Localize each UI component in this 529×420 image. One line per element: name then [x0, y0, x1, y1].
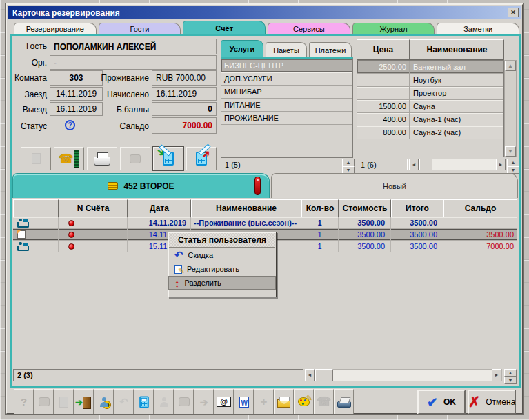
envelope-icon	[277, 399, 290, 408]
org-field[interactable]: -	[50, 55, 217, 70]
email-button[interactable]	[214, 389, 234, 414]
disabled-phone-button[interactable]	[314, 389, 334, 414]
print-button[interactable]	[87, 147, 117, 170]
checkin-button[interactable]	[74, 389, 94, 414]
table-row[interactable]: 1500.00Сауна	[357, 100, 503, 113]
disabled-shape-button[interactable]	[34, 389, 54, 414]
titlebar[interactable]: Карточка резервирования	[8, 6, 521, 19]
accrued-field[interactable]: 16.11.2019	[152, 87, 217, 101]
main-tab-strip: Резервирование Гости Счёт Сервисы Журнал…	[14, 21, 519, 34]
spinner-up-icon[interactable]	[504, 369, 517, 377]
disabled-forward-button[interactable]	[194, 389, 214, 414]
subtab-services[interactable]: Услуги	[221, 40, 263, 57]
list-item[interactable]: БИЗНЕС-ЦЕНТР	[221, 59, 352, 72]
balance-field[interactable]: 7000.00	[152, 117, 217, 134]
room-field[interactable]: 303	[50, 70, 103, 86]
undo-button[interactable]	[114, 389, 134, 414]
menu-item-discount[interactable]: Скидка	[168, 248, 276, 262]
guest-points-icon	[100, 397, 108, 407]
account-tab-page: Гость ПОПОЛАМКИН АЛЕКСЕЙ Орг. - Комната …	[10, 34, 521, 388]
col-header: N Счёта	[59, 199, 128, 217]
help-icon	[21, 396, 27, 408]
account-tab-new[interactable]: Новый	[271, 173, 518, 198]
account-tab-452[interactable]: 452 ВТОРОЕ	[12, 173, 270, 198]
disabled-doc-button[interactable]	[54, 389, 74, 414]
list-item[interactable]: ДОП.УСЛУГИ	[221, 72, 352, 86]
menu-item-edit[interactable]: Редактировать	[168, 262, 276, 276]
price-table-vscrollbar[interactable]	[504, 60, 517, 157]
disabled-add-button[interactable]	[254, 389, 274, 414]
points-field[interactable]: 0	[152, 102, 217, 116]
spinner-down-icon[interactable]	[504, 377, 517, 384]
calculator-button[interactable]	[134, 389, 154, 414]
table-row[interactable]: Ноутбук	[357, 74, 503, 87]
scan-button[interactable]	[334, 389, 354, 414]
phone-ledger-icon	[59, 152, 73, 166]
scanner-icon	[337, 401, 351, 408]
shape-icon	[39, 397, 50, 406]
bed-icon	[17, 246, 29, 251]
menu-item-split[interactable]: Разделить	[168, 276, 276, 290]
table-row[interactable]: 2500.00Банкетный зал	[357, 61, 503, 74]
scroll-right-icon[interactable]	[492, 369, 501, 381]
page-icon	[17, 230, 26, 239]
new-item-button[interactable]	[21, 147, 51, 170]
table-row[interactable]: Проектор	[357, 87, 503, 100]
arrival-field[interactable]: 14.11.2019	[50, 87, 103, 101]
service-category-list: БИЗНЕС-ЦЕНТР ДОП.УСЛУГИ МИНИБАР ПИТАНИЕ …	[221, 57, 353, 158]
tab-services[interactable]: Сервисы	[268, 23, 350, 34]
document-icon	[59, 397, 68, 408]
cancel-button[interactable]: Отмена	[468, 390, 516, 414]
table-row[interactable]: 800.00Сауна-2 (час)	[357, 126, 503, 139]
tab-notes[interactable]: Заметки	[437, 23, 519, 34]
guest-points-button[interactable]	[94, 389, 114, 414]
balance-label: Сальдо	[99, 119, 149, 133]
list-item[interactable]: ПИТАНИЕ	[221, 99, 352, 112]
stay-label: Проживание	[99, 71, 149, 85]
ok-button[interactable]: OK	[417, 390, 466, 414]
transfer-out-button[interactable]	[186, 147, 217, 170]
table-row[interactable]: 400.00Сауна-1 (час)	[357, 113, 503, 126]
red-indicator-icon	[254, 177, 261, 195]
person-icon	[160, 397, 168, 407]
check-icon	[427, 394, 438, 410]
close-icon[interactable]	[508, 8, 519, 17]
door-checkin-icon	[76, 397, 92, 408]
stay-field[interactable]: RUB 7000.00	[152, 70, 217, 86]
status-label: Статус	[14, 119, 47, 133]
transfer-in-button[interactable]	[153, 147, 183, 170]
table-row[interactable]: 14.11.2019 --Проживание (выс.сезон)-- 1 …	[13, 217, 517, 229]
tab-reservation[interactable]: Резервирование	[14, 23, 97, 34]
style-button[interactable]	[294, 389, 314, 414]
subtab-payments[interactable]: Платежи	[309, 42, 352, 57]
plus-icon	[261, 395, 268, 409]
scroll-up-icon[interactable]	[505, 61, 516, 71]
disabled-copy-button[interactable]	[174, 389, 194, 414]
invoice-hscrollbar[interactable]	[305, 369, 502, 381]
tab-guests[interactable]: Гости	[99, 23, 181, 34]
departure-field[interactable]: 16.11.2019	[50, 102, 103, 116]
word-export-button[interactable]	[234, 389, 254, 414]
scroll-thumb[interactable]	[315, 369, 333, 381]
question-icon[interactable]	[65, 120, 75, 130]
disabled-button[interactable]	[120, 147, 150, 170]
undo-arrow-icon	[174, 249, 183, 261]
word-doc-icon	[239, 397, 249, 408]
mail-button[interactable]	[274, 389, 294, 414]
tab-account[interactable]: Счёт	[183, 21, 266, 34]
red-dot-icon	[68, 232, 74, 238]
blank-icon	[130, 154, 141, 163]
reservation-card-window: Карточка резервирования Резервирование Г…	[6, 3, 523, 414]
scroll-left-icon[interactable]	[305, 369, 315, 381]
tab-journal[interactable]: Журнал	[352, 23, 435, 34]
departure-label: Выезд	[14, 103, 47, 117]
col-header: Сальдо	[443, 199, 517, 217]
help-button[interactable]	[14, 389, 34, 414]
list-item[interactable]: ПРОЖИВАНИЕ	[221, 112, 352, 125]
bottom-toolbar	[14, 389, 366, 414]
list-item[interactable]: МИНИБАР	[221, 86, 352, 99]
disabled-person-button[interactable]	[154, 389, 174, 414]
phone-directory-button[interactable]	[54, 147, 84, 170]
guest-name-field[interactable]: ПОПОЛАМКИН АЛЕКСЕЙ	[50, 39, 217, 54]
subtab-packages[interactable]: Пакеты	[266, 42, 307, 57]
